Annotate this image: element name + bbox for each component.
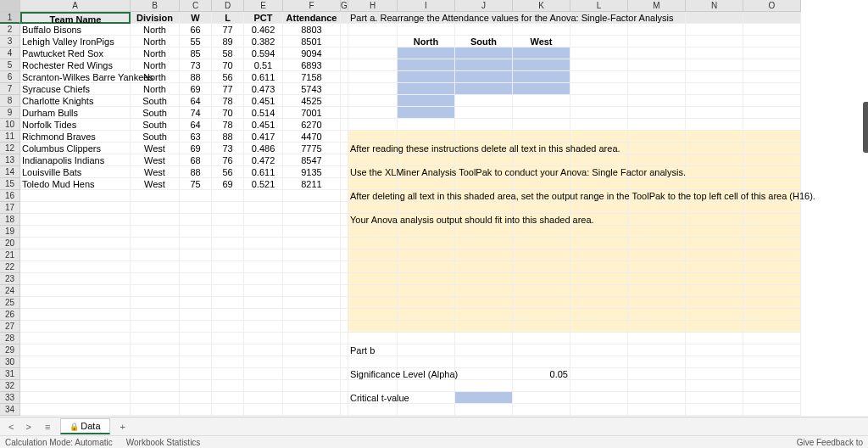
cell-D5[interactable]: 70 <box>212 59 244 71</box>
cell-L34[interactable] <box>570 404 628 416</box>
cell-D2[interactable]: 77 <box>212 24 244 36</box>
cell-L3[interactable] <box>570 36 628 48</box>
cell-C25[interactable] <box>180 297 212 309</box>
cell-G1[interactable] <box>341 12 348 24</box>
cell-J20[interactable] <box>455 238 513 249</box>
cell-G19[interactable] <box>341 226 348 238</box>
row-header-14[interactable]: 14 <box>0 166 20 178</box>
cell-F23[interactable] <box>283 273 341 285</box>
cell-B13[interactable]: West <box>131 154 180 166</box>
col-header-A[interactable]: A <box>20 0 131 12</box>
cell-H21[interactable] <box>348 249 398 261</box>
select-all[interactable] <box>0 0 20 12</box>
cell-D4[interactable]: 58 <box>212 48 244 59</box>
cell-K15[interactable] <box>513 178 570 190</box>
cell-L21[interactable] <box>570 249 628 261</box>
col-header-O[interactable]: O <box>743 0 801 12</box>
cell-C24[interactable] <box>180 285 212 297</box>
cell-I25[interactable] <box>398 297 455 309</box>
cell-C34[interactable] <box>180 404 212 416</box>
row-header-1[interactable]: 1 <box>0 12 20 24</box>
cell-I5[interactable] <box>398 59 455 71</box>
col-header-B[interactable]: B <box>131 0 180 12</box>
cell-L2[interactable] <box>570 24 628 36</box>
cell-K11[interactable] <box>513 131 570 143</box>
cell-F12[interactable]: 7775 <box>283 143 341 154</box>
cell-M24[interactable] <box>628 285 686 297</box>
cell-N8[interactable] <box>686 95 743 107</box>
cell-D6[interactable]: 56 <box>212 71 244 83</box>
row-header-20[interactable]: 20 <box>0 238 20 249</box>
col-header-N[interactable]: N <box>686 0 743 12</box>
cell-B15[interactable]: West <box>131 178 180 190</box>
cell-I13[interactable] <box>398 154 455 166</box>
cell-M4[interactable] <box>628 48 686 59</box>
cell-A7[interactable]: Syracuse Chiefs <box>20 83 131 95</box>
cell-H31[interactable]: Significance Level (Alpha) <box>348 368 398 380</box>
cell-H15[interactable] <box>348 178 398 190</box>
row-header-6[interactable]: 6 <box>0 71 20 83</box>
cell-A10[interactable]: Norfolk Tides <box>20 119 131 131</box>
cell-K33[interactable] <box>513 392 570 404</box>
cell-K30[interactable] <box>513 356 570 368</box>
row-header-28[interactable]: 28 <box>0 333 20 344</box>
cell-N15[interactable] <box>686 178 743 190</box>
col-header-H[interactable]: H <box>348 0 398 12</box>
cell-D34[interactable] <box>212 404 244 416</box>
cell-J33[interactable] <box>455 392 513 404</box>
cell-I8[interactable] <box>398 95 455 107</box>
col-header-M[interactable]: M <box>628 0 686 12</box>
cell-F27[interactable] <box>283 321 341 333</box>
cell-O27[interactable] <box>743 321 801 333</box>
cell-D12[interactable]: 73 <box>212 143 244 154</box>
cell-I29[interactable] <box>398 344 455 356</box>
cell-O17[interactable] <box>743 202 801 214</box>
cell-A32[interactable] <box>20 380 131 392</box>
cell-F31[interactable] <box>283 368 341 380</box>
cell-J21[interactable] <box>455 249 513 261</box>
row-header-22[interactable]: 22 <box>0 261 20 273</box>
cell-B31[interactable] <box>131 368 180 380</box>
cell-F33[interactable] <box>283 392 341 404</box>
cell-O4[interactable] <box>743 48 801 59</box>
cell-M6[interactable] <box>628 71 686 83</box>
cell-C23[interactable] <box>180 273 212 285</box>
cell-O33[interactable] <box>743 392 801 404</box>
row-header-18[interactable]: 18 <box>0 214 20 226</box>
cell-N34[interactable] <box>686 404 743 416</box>
cell-O26[interactable] <box>743 309 801 321</box>
cell-G27[interactable] <box>341 321 348 333</box>
cell-A27[interactable] <box>20 321 131 333</box>
cell-L11[interactable] <box>570 131 628 143</box>
cell-A12[interactable]: Columbus Clippers <box>20 143 131 154</box>
cell-N21[interactable] <box>686 249 743 261</box>
col-header-F[interactable]: F <box>283 0 341 12</box>
cell-F32[interactable] <box>283 380 341 392</box>
cell-I6[interactable] <box>398 71 455 83</box>
cell-N12[interactable] <box>686 143 743 154</box>
cell-O30[interactable] <box>743 356 801 368</box>
cell-D28[interactable] <box>212 333 244 344</box>
cell-G10[interactable] <box>341 119 348 131</box>
cell-F19[interactable] <box>283 226 341 238</box>
cell-C16[interactable] <box>180 190 212 202</box>
cell-N9[interactable] <box>686 107 743 119</box>
cell-J3[interactable]: South <box>455 36 513 48</box>
cell-A13[interactable]: Indianapolis Indians <box>20 154 131 166</box>
cell-M19[interactable] <box>628 226 686 238</box>
cell-O15[interactable] <box>743 178 801 190</box>
cell-C31[interactable] <box>180 368 212 380</box>
cell-M27[interactable] <box>628 321 686 333</box>
cell-O21[interactable] <box>743 249 801 261</box>
cell-E22[interactable] <box>244 261 283 273</box>
cell-H13[interactable] <box>348 154 398 166</box>
cell-A25[interactable] <box>20 297 131 309</box>
cell-L22[interactable] <box>570 261 628 273</box>
cell-B22[interactable] <box>131 261 180 273</box>
cell-N5[interactable] <box>686 59 743 71</box>
cell-N23[interactable] <box>686 273 743 285</box>
cell-J22[interactable] <box>455 261 513 273</box>
row-header-33[interactable]: 33 <box>0 392 20 404</box>
row-header-19[interactable]: 19 <box>0 226 20 238</box>
calc-mode-label[interactable]: Calculation Mode: Automatic <box>5 438 113 447</box>
